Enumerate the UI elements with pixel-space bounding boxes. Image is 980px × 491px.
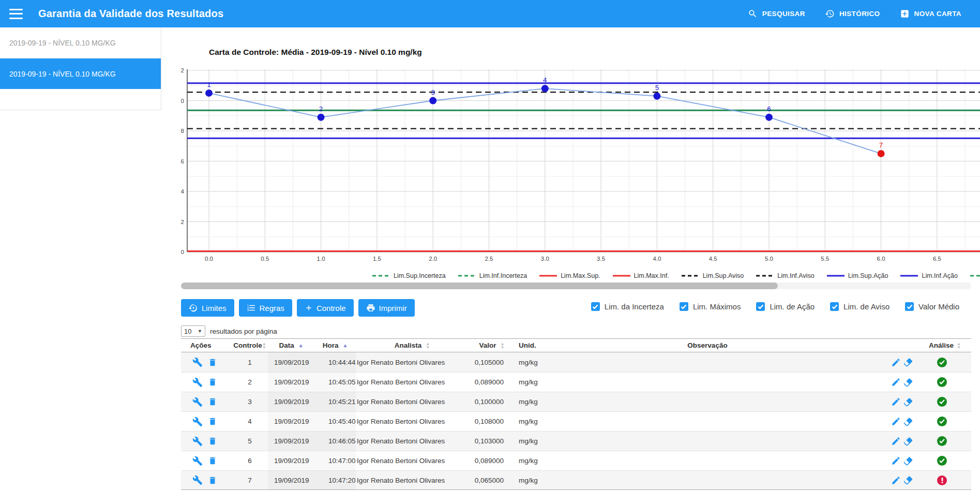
cell-hora: 10:46:05: [314, 432, 356, 451]
new-chart-button-label: NOVA CARTA: [914, 10, 962, 18]
trash-icon[interactable]: [208, 436, 217, 446]
toggle-valor-medio[interactable]: Valor Médio: [905, 302, 959, 311]
col-header-hora[interactable]: Hora▲: [314, 339, 356, 352]
trash-icon[interactable]: [208, 397, 217, 407]
wrench-edit-icon[interactable]: [192, 456, 203, 466]
pencil-icon[interactable]: [891, 475, 901, 485]
pencil-icon[interactable]: [891, 377, 901, 387]
cell-unid: mg/kg: [515, 373, 556, 392]
sidebar-item-chart-2-selected[interactable]: 2019-09-19 - NÍVEL 0.10 MG/KG: [0, 58, 161, 89]
wrench-edit-icon[interactable]: [192, 397, 203, 407]
row-actions: [181, 432, 232, 451]
svg-text:0.08: 0.08: [181, 128, 184, 134]
trash-icon[interactable]: [208, 475, 217, 485]
cell-observacao: [556, 471, 858, 489]
row-analysis: [858, 352, 971, 372]
cell-valor: 0,105000: [469, 352, 515, 372]
checkbox-checked-icon: [830, 302, 839, 311]
toggle-lim-incerteza[interactable]: Lim. da Incerteza: [591, 302, 664, 311]
search-button[interactable]: PESQUISAR: [748, 9, 805, 19]
menu-icon[interactable]: [9, 9, 23, 19]
col-header-analise[interactable]: Análise▲▼: [858, 339, 971, 352]
chart-hscrollbar-thumb[interactable]: [181, 282, 778, 289]
cell-hora: 10:45:40: [314, 412, 356, 431]
svg-text:3: 3: [431, 88, 435, 96]
limits-button[interactable]: Limites: [181, 299, 234, 317]
check-ok-icon: [937, 456, 947, 466]
cell-unid: mg/kg: [515, 432, 556, 451]
trash-icon[interactable]: [208, 358, 217, 367]
add-control-button[interactable]: Controle: [297, 299, 354, 317]
row-analysis: [858, 471, 971, 489]
wrench-edit-icon[interactable]: [192, 416, 203, 427]
trash-icon[interactable]: [208, 416, 217, 426]
col-header-data[interactable]: Data▲: [268, 339, 314, 352]
toggle-lim-maximos[interactable]: Lim. Máximos: [680, 302, 741, 311]
sidebar-item-chart-1[interactable]: 2019-09-19 - NÍVEL 0.10 MG/KG: [0, 27, 161, 58]
toggle-label: Valor Médio: [918, 302, 959, 311]
cell-valor: 0,089000: [469, 373, 515, 392]
pencil-icon[interactable]: [891, 358, 901, 367]
row-actions: [181, 373, 232, 392]
print-button[interactable]: Imprimir: [358, 299, 415, 317]
eraser-icon[interactable]: [903, 475, 913, 485]
row-analysis: [858, 432, 971, 451]
trash-icon[interactable]: [208, 377, 217, 387]
toggle-lim-aviso[interactable]: Lim. de Aviso: [830, 302, 889, 311]
cell-unid: mg/kg: [515, 471, 556, 489]
svg-text:4.5: 4.5: [709, 256, 717, 262]
row-analysis: [858, 412, 971, 431]
trash-icon[interactable]: [208, 456, 217, 466]
cell-controle: 4: [232, 412, 268, 431]
svg-text:4: 4: [543, 76, 547, 84]
pencil-icon[interactable]: [891, 456, 901, 466]
toggle-label: Lim. de Aviso: [843, 302, 889, 311]
toggle-lim-acao[interactable]: Lim. de Ação: [756, 302, 815, 311]
pencil-icon[interactable]: [891, 416, 901, 426]
col-header-analista[interactable]: Analista▲▼: [356, 339, 469, 352]
new-chart-button[interactable]: NOVA CARTA: [900, 9, 962, 19]
eraser-icon[interactable]: [903, 377, 913, 388]
eraser-icon[interactable]: [903, 436, 913, 447]
app-header: Garantia da Validade dos Resultados PESQ…: [0, 0, 980, 27]
cell-data: 19/09/2019: [268, 432, 314, 451]
add-control-button-label: Controle: [316, 304, 346, 313]
chevron-down-icon: ▼: [198, 329, 202, 334]
svg-text:0.00: 0.00: [181, 249, 184, 255]
history-button[interactable]: HISTÓRICO: [825, 9, 880, 19]
cell-data: 19/09/2019: [268, 471, 314, 489]
check-ok-icon: [937, 436, 947, 446]
svg-text:1.0: 1.0: [317, 256, 325, 262]
pencil-icon[interactable]: [891, 436, 901, 446]
check-ok-icon: [937, 416, 947, 426]
table-row: 5 19/09/2019 10:46:05 Igor Renato Berton…: [181, 431, 971, 451]
col-header-controle[interactable]: Controle▲▼: [232, 339, 268, 352]
legend-line-sample: [970, 274, 980, 277]
wrench-edit-icon[interactable]: [192, 436, 203, 447]
wrench-edit-icon[interactable]: [192, 475, 203, 485]
cell-hora: 10:45:21: [314, 392, 356, 411]
toggle-label: Lim. de Ação: [770, 302, 815, 311]
row-actions: [181, 451, 232, 470]
page-size-value: 10: [184, 328, 191, 335]
pencil-icon[interactable]: [891, 397, 901, 407]
wrench-edit-icon[interactable]: [192, 377, 203, 388]
eraser-icon[interactable]: [903, 357, 913, 367]
eraser-icon[interactable]: [903, 397, 913, 407]
rules-button[interactable]: Regras: [239, 299, 292, 317]
chart-hscrollbar-track[interactable]: [181, 282, 971, 289]
row-analysis: [858, 392, 971, 411]
eraser-icon[interactable]: [903, 416, 913, 427]
page-size-select[interactable]: 10 ▼: [181, 325, 205, 337]
legend-item: Lim.Inf.Incerteza: [458, 272, 527, 279]
history-icon: [825, 9, 835, 19]
eraser-icon[interactable]: [903, 456, 913, 466]
row-actions: [181, 392, 232, 411]
cell-hora: 10:44:44: [314, 352, 356, 372]
cell-controle: 3: [232, 392, 268, 411]
col-header-valor[interactable]: Valor▲▼: [469, 339, 515, 352]
limits-button-label: Limites: [202, 304, 227, 313]
svg-text:0.12: 0.12: [181, 67, 184, 73]
svg-text:6: 6: [767, 105, 771, 113]
wrench-edit-icon[interactable]: [192, 357, 203, 367]
